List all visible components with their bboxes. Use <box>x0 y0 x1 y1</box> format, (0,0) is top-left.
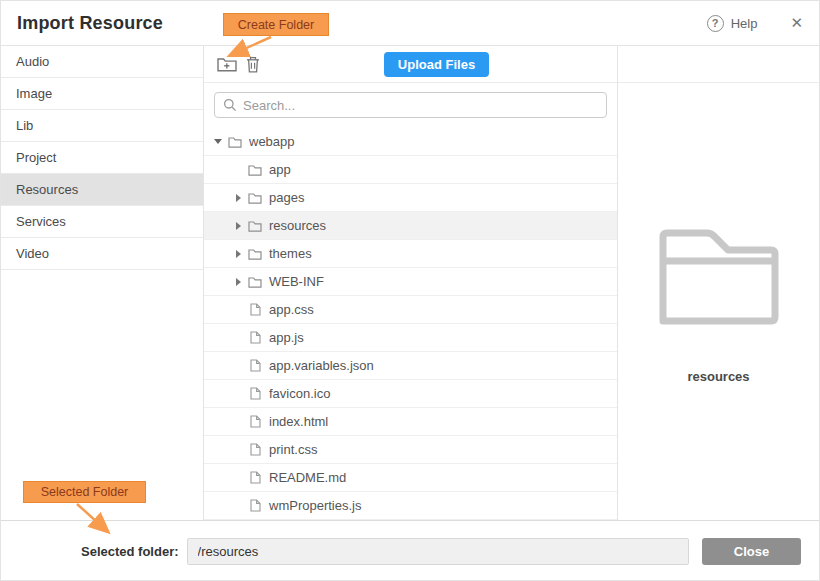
sidebar-item-video[interactable]: Video <box>1 238 203 270</box>
file-icon <box>246 303 264 316</box>
close-icon[interactable]: ✕ <box>790 14 803 32</box>
sidebar-item-label: Services <box>16 214 66 229</box>
caret-right-icon[interactable] <box>230 250 246 258</box>
preview-folder-name: resources <box>618 369 819 384</box>
sidebar-item-resources[interactable]: Resources <box>1 174 203 206</box>
tree-item-app-variables-json[interactable]: app.variables.json <box>204 352 617 380</box>
tree-item-readme-md[interactable]: README.md <box>204 464 617 492</box>
sidebar-item-label: Audio <box>16 54 49 69</box>
sidebar-item-label: Resources <box>16 182 78 197</box>
tree-item-themes[interactable]: themes <box>204 240 617 268</box>
sidebar-item-services[interactable]: Services <box>1 206 203 238</box>
file-tree: webapp app pages resources <box>204 128 617 520</box>
tree-item-app[interactable]: app <box>204 156 617 184</box>
sidebar-item-label: Video <box>16 246 49 261</box>
file-icon <box>246 499 264 512</box>
file-icon <box>246 359 264 372</box>
trash-icon <box>246 56 260 73</box>
search-input[interactable] <box>214 92 607 118</box>
sidebar-item-label: Image <box>16 86 52 101</box>
tree-item-label: WEB-INF <box>269 274 324 289</box>
create-folder-button[interactable] <box>214 52 240 76</box>
file-icon <box>246 471 264 484</box>
tree-item-label: themes <box>269 246 312 261</box>
sidebar-item-project[interactable]: Project <box>1 142 203 174</box>
tree-item-pages[interactable]: pages <box>204 184 617 212</box>
sidebar-item-label: Project <box>16 150 56 165</box>
tree-item-label: resources <box>269 218 326 233</box>
preview-panel: resources <box>618 46 819 520</box>
tree-item-label: app.variables.json <box>269 358 374 373</box>
folder-large-icon <box>655 229 783 325</box>
upload-files-button[interactable]: Upload Files <box>384 52 489 77</box>
tree-item-app-js[interactable]: app.js <box>204 324 617 352</box>
tree-item-label: wmProperties.js <box>269 498 361 513</box>
tree-item-label: app.css <box>269 302 314 317</box>
file-icon <box>246 387 264 400</box>
close-button[interactable]: Close <box>702 538 801 565</box>
caret-right-icon[interactable] <box>230 278 246 286</box>
caret-down-icon[interactable] <box>210 139 226 144</box>
search-area <box>204 83 617 128</box>
caret-right-icon[interactable] <box>230 194 246 202</box>
file-icon <box>246 415 264 428</box>
help-link[interactable]: Help <box>731 16 758 31</box>
folder-icon <box>246 248 264 260</box>
tree-item-favicon-ico[interactable]: favicon.ico <box>204 380 617 408</box>
preview-panel-header <box>618 46 819 83</box>
tree-item-label: pages <box>269 190 304 205</box>
file-browser-panel: Upload Files webapp <box>204 46 618 520</box>
folder-icon <box>246 164 264 176</box>
sidebar-item-lib[interactable]: Lib <box>1 110 203 142</box>
dialog-header: Import Resource ? Help ✕ <box>1 1 819 46</box>
sidebar-item-label: Lib <box>16 118 33 133</box>
folder-icon <box>226 136 244 148</box>
tree-item-print-css[interactable]: print.css <box>204 436 617 464</box>
category-sidebar: Audio Image Lib Project Resources Servic… <box>1 46 204 520</box>
tree-item-label: print.css <box>269 442 317 457</box>
file-icon <box>246 443 264 456</box>
search-icon <box>223 98 237 112</box>
page-title: Import Resource <box>17 13 163 34</box>
tree-item-webapp[interactable]: webapp <box>204 128 617 156</box>
import-resource-dialog: Import Resource ? Help ✕ Audio Image Lib… <box>0 0 820 581</box>
selected-folder-callout: Selected Folder <box>23 481 146 503</box>
sidebar-item-image[interactable]: Image <box>1 78 203 110</box>
tree-item-resources[interactable]: resources <box>204 212 617 240</box>
header-actions: ? Help ✕ <box>707 14 803 32</box>
file-toolbar: Upload Files <box>204 46 617 83</box>
tree-item-index-html[interactable]: index.html <box>204 408 617 436</box>
tree-item-app-css[interactable]: app.css <box>204 296 617 324</box>
tree-item-wmproperties-js[interactable]: wmProperties.js <box>204 492 617 520</box>
folder-icon <box>246 276 264 288</box>
folder-plus-icon <box>217 56 237 72</box>
tree-item-label: app.js <box>269 330 304 345</box>
tree-item-label: favicon.ico <box>269 386 330 401</box>
selected-folder-label: Selected folder: <box>81 544 179 559</box>
file-icon <box>246 331 264 344</box>
caret-right-icon[interactable] <box>230 222 246 230</box>
sidebar-item-audio[interactable]: Audio <box>1 46 203 78</box>
folder-preview: resources <box>618 83 819 384</box>
dialog-body: Audio Image Lib Project Resources Servic… <box>1 46 819 520</box>
tree-item-label: app <box>269 162 291 177</box>
create-folder-callout: Create Folder <box>223 13 329 36</box>
tree-item-web-inf[interactable]: WEB-INF <box>204 268 617 296</box>
dialog-footer: Selected folder: Close <box>1 520 819 581</box>
help-icon[interactable]: ? <box>707 15 724 32</box>
tree-item-label: webapp <box>249 134 295 149</box>
folder-icon <box>246 220 264 232</box>
delete-button[interactable] <box>240 52 266 76</box>
folder-icon <box>246 192 264 204</box>
tree-item-label: README.md <box>269 470 346 485</box>
tree-item-label: index.html <box>269 414 328 429</box>
selected-folder-input[interactable] <box>187 538 689 565</box>
